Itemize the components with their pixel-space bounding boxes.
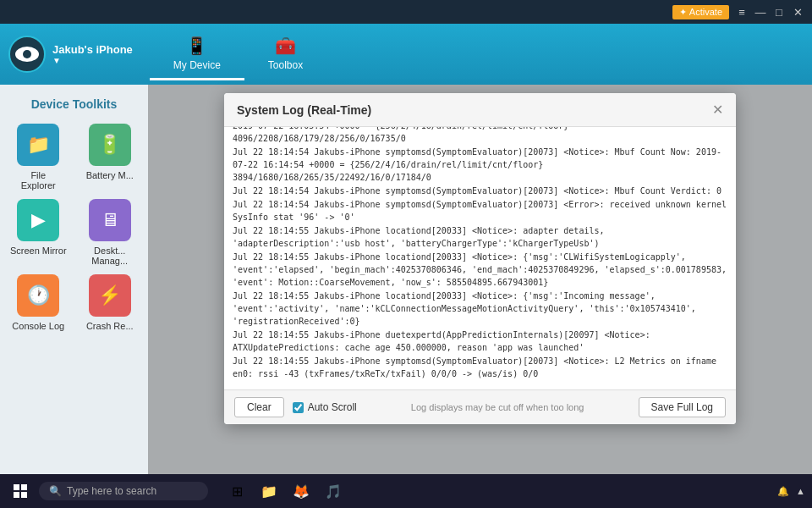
taskbar-app-task-view[interactable]: ⊞ <box>222 476 252 506</box>
sidebar-item-battery-manager[interactable]: 🔋 Battery M... <box>79 124 142 190</box>
search-box[interactable]: 🔍 Type here to search <box>39 482 208 500</box>
taskbar-apps: ⊞ 📁 🦊 🎵 <box>222 476 348 506</box>
screen-mirror-label: Screen Mirror <box>10 246 67 256</box>
taskbar-app-firefox[interactable]: 🦊 <box>286 476 316 506</box>
device-dropdown-arrow: ▼ <box>52 56 133 65</box>
pupil <box>23 50 31 58</box>
device-name-area[interactable]: Jakub's iPhone ▼ <box>52 43 133 65</box>
log-line: Jul 22 18:14:54 Jakubs-iPhone symptomsd(… <box>233 185 727 197</box>
sidebar-item-desktop-manager[interactable]: 🖥 Deskt...Manag... <box>79 199 142 266</box>
search-icon: 🔍 <box>49 485 62 497</box>
main-area: Device Toolkits 📁 FileExplorer 🔋 Battery… <box>0 85 812 474</box>
taskbar-right: 🔔 ▲ <box>777 486 805 497</box>
log-line: Jul 22 18:14:54 Jakubs-iPhone symptomsd(… <box>233 127 727 145</box>
log-line: Jul 22 18:14:55 Jakubs-iPhone locationd[… <box>233 224 727 250</box>
minimize-icon[interactable]: — <box>753 4 768 19</box>
console-log-label: Console Log <box>12 321 64 331</box>
tab-my-device-label: My Device <box>173 59 221 71</box>
nav-tabs: 📱 My Device 🧰 Toolbox <box>150 29 326 80</box>
sidebar-item-crash-reporter[interactable]: ⚡ Crash Re... <box>79 274 142 331</box>
screen-mirror-icon: ▶ <box>17 199 59 241</box>
content-area: System Log (Real-Time) ✕ Jul 22 18:14:52… <box>148 85 812 474</box>
eye-icon <box>15 47 39 62</box>
close-icon[interactable]: ✕ <box>790 4 805 19</box>
window-controls: ≡ — □ ✕ <box>734 4 805 19</box>
logo-area: Jakub's iPhone ▼ <box>8 36 133 73</box>
modal-footer: Clear Auto Scroll Log displays may be cu… <box>224 389 736 424</box>
modal-header: System Log (Real-Time) ✕ <box>224 93 736 127</box>
battery-manager-label: Battery M... <box>86 170 134 180</box>
menu-icon[interactable]: ≡ <box>734 4 749 19</box>
my-device-icon: 📱 <box>186 36 207 56</box>
modal-overlay: System Log (Real-Time) ✕ Jul 22 18:14:52… <box>148 85 812 474</box>
clear-button[interactable]: Clear <box>234 397 284 417</box>
maximize-icon[interactable]: □ <box>771 4 787 19</box>
windows-icon <box>14 484 27 498</box>
log-line: Jul 22 18:14:54 Jakubs-iPhone symptomsd(… <box>233 146 727 184</box>
sidebar-grid: 📁 FileExplorer 🔋 Battery M... ▶ Screen M… <box>7 124 141 331</box>
log-line: Jul 22 18:14:55 Jakubs-iPhone duetexpert… <box>233 329 727 354</box>
tab-my-device[interactable]: 📱 My Device <box>150 29 244 80</box>
auto-scroll-checkbox[interactable] <box>293 402 304 413</box>
start-button[interactable] <box>7 478 34 505</box>
log-line: Jul 22 18:14:54 Jakubs-iPhone symptomsd(… <box>233 198 727 224</box>
toolbox-icon: 🧰 <box>275 36 296 56</box>
activate-button[interactable]: ✦ Activate <box>672 5 729 19</box>
file-explorer-icon: 📁 <box>17 124 59 166</box>
crash-reporter-label: Crash Re... <box>86 321 134 331</box>
taskbar: 🔍 Type here to search ⊞ 📁 🦊 🎵 🔔 ▲ <box>0 474 812 508</box>
header: Jakub's iPhone ▼ 📱 My Device 🧰 Toolbox <box>0 24 812 85</box>
file-explorer-label: FileExplorer <box>21 170 56 190</box>
logo-icon <box>8 36 46 73</box>
taskbar-app-file-manager[interactable]: 📁 <box>254 476 284 506</box>
battery-manager-icon: 🔋 <box>89 124 131 166</box>
search-placeholder: Type here to search <box>67 485 156 497</box>
sidebar-item-file-explorer[interactable]: 📁 FileExplorer <box>7 124 70 190</box>
sidebar-item-screen-mirror[interactable]: ▶ Screen Mirror <box>7 199 70 266</box>
taskbar-time: ▲ <box>796 486 805 496</box>
device-name: Jakub's iPhone <box>52 43 133 56</box>
modal-title: System Log (Real-Time) <box>237 103 371 117</box>
log-line: Jul 22 18:14:55 Jakubs-iPhone locationd[… <box>233 251 727 289</box>
sidebar-title: Device Toolkits <box>7 97 141 111</box>
title-bar: ✦ Activate ≡ — □ ✕ <box>0 0 812 24</box>
auto-scroll-label[interactable]: Auto Scroll <box>293 401 357 413</box>
sidebar-item-console-log[interactable]: 🕐 Console Log <box>7 274 70 331</box>
tab-toolbox-label: Toolbox <box>268 59 303 71</box>
log-content[interactable]: Jul 22 18:14:52 Jakubs-iPhone Preference… <box>224 127 736 389</box>
log-line: Jul 22 18:14:55 Jakubs-iPhone symptomsd(… <box>233 355 727 380</box>
tab-toolbox[interactable]: 🧰 Toolbox <box>244 29 326 80</box>
system-log-modal: System Log (Real-Time) ✕ Jul 22 18:14:52… <box>224 93 736 424</box>
footer-left: Clear Auto Scroll <box>234 397 357 417</box>
desktop-manager-icon: 🖥 <box>89 199 131 241</box>
save-full-log-button[interactable]: Save Full Log <box>639 397 726 417</box>
log-line: Jul 22 18:14:55 Jakubs-iPhone locationd[… <box>233 290 727 328</box>
modal-close-button[interactable]: ✕ <box>712 102 723 118</box>
auto-scroll-text: Auto Scroll <box>308 401 357 413</box>
taskbar-app-media[interactable]: 🎵 <box>318 476 348 506</box>
log-hint: Log displays may be cut off when too lon… <box>357 402 639 412</box>
desktop-manager-label: Deskt...Manag... <box>91 246 128 266</box>
sidebar: Device Toolkits 📁 FileExplorer 🔋 Battery… <box>0 85 148 474</box>
console-log-icon: 🕐 <box>17 274 59 317</box>
crash-reporter-icon: ⚡ <box>89 274 131 317</box>
taskbar-notify-icon: 🔔 <box>777 486 789 497</box>
